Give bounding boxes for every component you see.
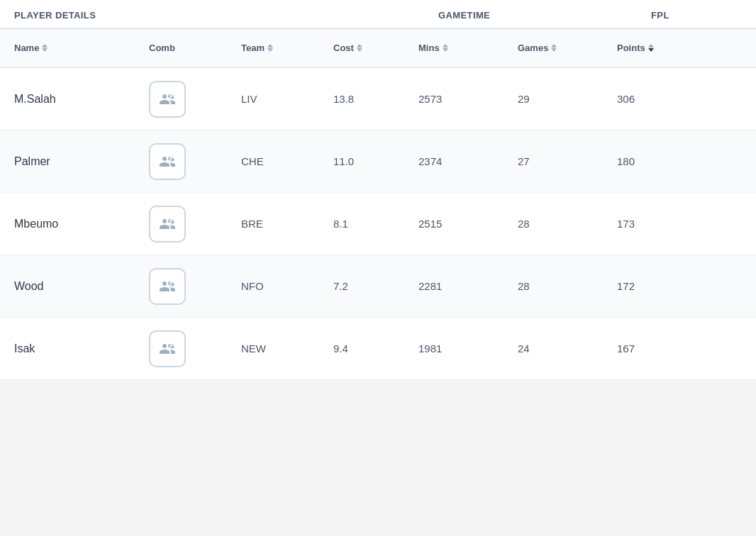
add-player-button[interactable] — [149, 206, 186, 242]
player-mins: 2515 — [418, 218, 518, 230]
player-points: 180 — [617, 155, 742, 167]
add-player-button[interactable] — [149, 81, 186, 118]
player-cost: 9.4 — [333, 342, 418, 354]
player-mins: 2281 — [418, 280, 518, 292]
section-header: Player details Gametime FPL — [0, 0, 756, 28]
add-player-button[interactable] — [149, 143, 186, 180]
table-row: Mbeumo BRE 8.1 2515 28 173 — [0, 193, 756, 255]
table-row: M.Salah LIV 13.8 2573 29 306 — [0, 68, 756, 130]
table-row: Wood NFO 7.2 2281 28 172 — [0, 255, 756, 318]
player-details-label: Player details — [14, 10, 438, 21]
player-cost: 8.1 — [333, 218, 418, 230]
player-comb — [149, 81, 241, 118]
player-games: 28 — [518, 218, 617, 230]
player-games: 28 — [518, 280, 617, 292]
player-points: 306 — [617, 93, 742, 105]
gametime-label: Gametime — [438, 10, 651, 21]
player-name: Isak — [14, 342, 149, 355]
player-games: 24 — [518, 342, 617, 354]
player-team: NEW — [241, 342, 333, 354]
player-games: 27 — [518, 155, 617, 167]
sort-icon-mins — [443, 44, 448, 52]
player-points: 172 — [617, 280, 742, 292]
sort-icon-name — [42, 44, 48, 52]
add-player-button[interactable] — [149, 330, 186, 367]
player-comb — [149, 206, 241, 242]
player-team: BRE — [241, 218, 333, 230]
player-table: Player details Gametime FPL Name Comb Te… — [0, 0, 756, 380]
table-row: Palmer CHE 11.0 2374 27 180 — [0, 130, 756, 193]
player-mins: 2573 — [418, 93, 518, 105]
player-points: 167 — [617, 342, 742, 354]
col-header-team[interactable]: Team — [241, 43, 333, 53]
player-team: NFO — [241, 280, 333, 292]
col-header-points[interactable]: Points — [617, 43, 742, 53]
player-name: Mbeumo — [14, 218, 149, 230]
column-headers: Name Comb Team Cost Mins — [0, 28, 756, 68]
player-points: 173 — [617, 218, 742, 230]
sort-icon-team — [267, 44, 273, 52]
sort-icon-cost — [357, 44, 362, 52]
player-mins: 2374 — [418, 155, 518, 167]
player-games: 29 — [518, 93, 617, 105]
col-header-name[interactable]: Name — [14, 43, 149, 53]
player-team: CHE — [241, 155, 333, 167]
player-comb — [149, 268, 241, 305]
table-body: M.Salah LIV 13.8 2573 29 306 Palmer — [0, 68, 756, 380]
player-comb — [149, 143, 241, 180]
player-cost: 13.8 — [333, 93, 418, 105]
player-team: LIV — [241, 93, 333, 105]
add-player-button[interactable] — [149, 268, 186, 305]
col-header-mins[interactable]: Mins — [418, 43, 518, 53]
player-name: M.Salah — [14, 93, 149, 106]
col-header-cost[interactable]: Cost — [333, 43, 418, 53]
player-name: Palmer — [14, 155, 149, 168]
table-row: Isak NEW 9.4 1981 24 167 — [0, 318, 756, 380]
sort-icon-points — [648, 44, 654, 52]
player-cost: 7.2 — [333, 280, 418, 292]
sort-icon-games — [551, 44, 557, 52]
player-cost: 11.0 — [333, 155, 418, 167]
player-mins: 1981 — [418, 342, 518, 354]
player-name: Wood — [14, 280, 149, 293]
col-header-games[interactable]: Games — [518, 43, 617, 53]
fpl-label: FPL — [651, 10, 742, 21]
player-comb — [149, 330, 241, 367]
col-header-comb[interactable]: Comb — [149, 43, 241, 53]
